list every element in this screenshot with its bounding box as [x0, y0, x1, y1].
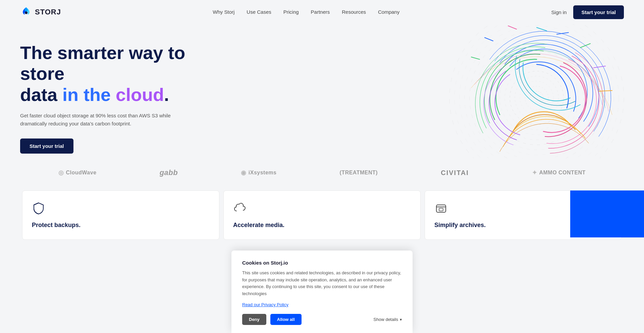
- svg-point-0: [25, 11, 28, 14]
- logo-ammo-content: ✦ AMMO CONTENT: [532, 169, 586, 176]
- feature-title-backups: Protect backups.: [32, 222, 210, 229]
- main-nav: Why Storj Use Cases Pricing Partners Res…: [213, 9, 399, 15]
- svg-line-24: [485, 38, 493, 41]
- nav-item-why-storj[interactable]: Why Storj: [213, 9, 234, 15]
- hero-title-cloud: cloud: [116, 85, 164, 105]
- cookie-text: This site uses cookies and related techn…: [242, 270, 402, 297]
- spiral-svg: [409, 24, 644, 158]
- nav-item-partners[interactable]: Partners: [311, 9, 330, 15]
- blue-accent-block: [570, 190, 644, 237]
- nav-item-resources[interactable]: Resources: [342, 9, 366, 15]
- nav-item-use-cases[interactable]: Use Cases: [247, 9, 271, 15]
- hero-content: The smarter way to store data in the clo…: [20, 42, 215, 153]
- logo-cloudwave: ◎ CloudWave: [58, 169, 97, 176]
- features-section: Protect backups. Accelerate media. Simpl…: [0, 190, 644, 240]
- deny-button[interactable]: Deny: [242, 314, 266, 325]
- svg-point-11: [480, 41, 594, 155]
- cookie-privacy-link[interactable]: Read our Privacy Policy: [242, 302, 402, 307]
- svg-point-5: [510, 71, 564, 125]
- feature-title-media: Accelerate media.: [233, 222, 411, 229]
- svg-line-25: [471, 57, 480, 59]
- svg-rect-27: [439, 208, 443, 211]
- logos-bar: ◎ CloudWave gabb ◉ iXsystems (TREATMENT)…: [0, 158, 644, 187]
- cookie-banner: Cookies on Storj.io This site uses cooki…: [231, 251, 413, 333]
- nav-item-pricing[interactable]: Pricing: [283, 9, 299, 15]
- feature-card-media: Accelerate media.: [223, 190, 421, 240]
- hero-section: The smarter way to store data in the clo…: [0, 24, 644, 158]
- shield-icon: [32, 202, 45, 215]
- feature-card-backups: Protect backups.: [22, 190, 219, 240]
- storj-logo-icon: [20, 6, 32, 18]
- svg-line-23: [508, 26, 517, 29]
- nav-item-company[interactable]: Company: [378, 9, 399, 15]
- show-details-label: Show details: [373, 317, 398, 322]
- show-details-button[interactable]: Show details ▾: [373, 317, 402, 322]
- cookie-actions: Deny Allow all Show details ▾: [242, 314, 402, 325]
- cloud-icon: [233, 202, 247, 215]
- brand-name: STORJ: [35, 8, 61, 16]
- logo-treatment: (TREATMENT): [340, 170, 378, 176]
- logo[interactable]: STORJ: [20, 6, 61, 18]
- nav-trial-button[interactable]: Start your trial: [573, 5, 624, 19]
- cookie-title: Cookies on Storj.io: [242, 260, 402, 266]
- signin-button[interactable]: Sign in: [551, 9, 567, 15]
- svg-point-1: [530, 91, 543, 105]
- hero-title-period: .: [164, 85, 169, 105]
- hero-title: The smarter way to store data in the clo…: [20, 42, 215, 105]
- hero-graphic: [409, 24, 644, 158]
- logo-ixsystems: ◉ iXsystems: [241, 169, 276, 176]
- allow-all-button[interactable]: Allow all: [270, 314, 302, 325]
- archive-icon: [434, 202, 448, 215]
- chevron-down-icon: ▾: [400, 317, 402, 322]
- hero-title-in-the: in the: [62, 85, 111, 105]
- hero-subtitle: Get faster cloud object storage at 90% l…: [20, 112, 181, 128]
- svg-line-18: [537, 27, 547, 31]
- logo-civitai: CIVITAI: [441, 169, 469, 177]
- svg-point-7: [500, 61, 574, 135]
- hero-trial-button[interactable]: Start your trial: [20, 138, 73, 154]
- hero-title-part1: The smarter way to store: [20, 43, 185, 84]
- logo-gabb: gabb: [160, 168, 178, 177]
- navbar-actions: Sign in Start your trial: [551, 5, 624, 19]
- cookie-buttons: Deny Allow all: [242, 314, 302, 325]
- svg-line-20: [580, 44, 590, 48]
- navbar: STORJ Why Storj Use Cases Pricing Partne…: [0, 0, 644, 24]
